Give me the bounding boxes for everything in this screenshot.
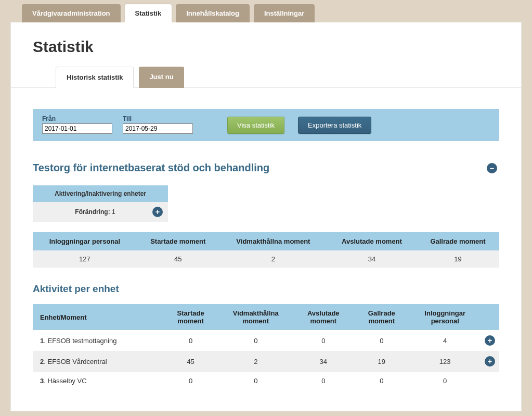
expand-icon[interactable]	[485, 356, 495, 367]
unit-expand-cell	[481, 351, 499, 372]
unit-col-culled: Gallrade moment	[354, 304, 409, 330]
unit-name: 3. Hässelby VC	[33, 372, 163, 390]
unit-finished: 0	[293, 372, 354, 390]
unit-culled: 19	[354, 351, 409, 372]
table-row: 2. EFSOB Vårdcentral4523419123	[33, 351, 499, 372]
top-tabs: Vårdgivaradministration Statistik Innehå…	[10, 0, 522, 22]
unit-logins: 0	[409, 372, 481, 390]
org-section-header: Testorg för internetbaserat stöd och beh…	[33, 162, 499, 174]
unit-name: 2. EFSOB Vårdcentral	[33, 351, 163, 372]
activation-change-label: Förändring:	[75, 208, 110, 216]
unit-col-maintained: Vidmakthållna moment	[218, 304, 293, 330]
expand-icon[interactable]	[485, 335, 495, 346]
val-finished: 34	[327, 250, 417, 268]
unit-expand-cell	[481, 372, 499, 390]
row-index: 3	[40, 377, 44, 385]
unit-started: 0	[163, 330, 218, 351]
unit-maintained: 2	[218, 351, 293, 372]
unit-culled: 0	[354, 372, 409, 390]
table-row: 3. Hässelby VC00000	[33, 372, 499, 390]
unit-logins: 123	[409, 351, 481, 372]
row-index: 1	[40, 337, 44, 345]
from-input[interactable]	[42, 123, 112, 134]
unit-maintained: 0	[218, 330, 293, 351]
col-logins: Inloggningar personal	[33, 232, 137, 250]
unit-table: Enhet/Moment Startade moment Vidmakthåll…	[33, 304, 499, 390]
unit-col-finished: Avslutade moment	[293, 304, 354, 330]
to-label: Till	[123, 115, 193, 122]
page-title: Statistik	[33, 38, 499, 56]
to-field: Till	[123, 115, 193, 134]
expand-icon[interactable]	[152, 207, 163, 217]
tab-innehallskatalog[interactable]: Innehållskatalog	[176, 4, 250, 22]
tab-vardgivaradministration[interactable]: Vårdgivaradministration	[22, 4, 121, 22]
unit-maintained: 0	[218, 372, 293, 390]
col-started: Startade moment	[137, 232, 219, 250]
activation-change: Förändring: 1	[38, 208, 152, 216]
activation-change-value: 1	[112, 208, 115, 216]
activation-header: Aktivering/Inaktivering enheter	[33, 185, 168, 202]
tab-just-nu[interactable]: Just nu	[139, 67, 184, 88]
summary-row: 127 45 2 34 19	[33, 250, 499, 268]
from-label: Från	[42, 115, 112, 122]
tab-statistik[interactable]: Statistik	[125, 4, 172, 22]
unit-finished: 0	[293, 330, 354, 351]
val-started: 45	[137, 250, 219, 268]
col-culled: Gallrade moment	[417, 232, 499, 250]
unit-started: 45	[163, 351, 218, 372]
unit-logins: 4	[409, 330, 481, 351]
summary-table: Inloggningar personal Startade moment Vi…	[33, 232, 499, 268]
activation-box: Aktivering/Inaktivering enheter Förändri…	[33, 185, 168, 222]
tab-historisk-statistik[interactable]: Historisk statistik	[56, 67, 134, 88]
show-statistics-button[interactable]: Visa statistik	[227, 117, 284, 134]
row-index: 2	[40, 358, 44, 365]
val-culled: 19	[417, 250, 499, 268]
unit-name: 1. EFSOB testmottagning	[33, 330, 163, 351]
unit-col-name: Enhet/Moment	[33, 304, 163, 330]
export-statistics-button[interactable]: Exportera statistik	[298, 117, 371, 134]
unit-col-started: Startade moment	[163, 304, 218, 330]
col-finished: Avslutade moment	[327, 232, 417, 250]
content-panel: Statistik Historisk statistik Just nu Fr…	[10, 22, 522, 411]
col-maintained: Vidmakthållna moment	[219, 232, 327, 250]
activity-title: Aktivitet per enhet	[33, 283, 499, 295]
filter-bar: Från Till Visa statistik Exportera stati…	[33, 109, 499, 141]
unit-finished: 34	[293, 351, 354, 372]
unit-expand-cell	[481, 330, 499, 351]
val-maintained: 2	[219, 250, 327, 268]
sub-tabs: Historisk statistik Just nu	[56, 67, 499, 88]
org-title: Testorg för internetbaserat stöd och beh…	[33, 162, 269, 174]
unit-culled: 0	[354, 330, 409, 351]
val-logins: 127	[33, 250, 137, 268]
collapse-icon[interactable]	[487, 163, 497, 173]
unit-started: 0	[163, 372, 218, 390]
tab-installningar[interactable]: Inställningar	[254, 4, 315, 22]
from-field: Från	[42, 115, 112, 134]
table-row: 1. EFSOB testmottagning00004	[33, 330, 499, 351]
unit-col-logins: Inloggningar personal	[409, 304, 481, 330]
to-input[interactable]	[123, 123, 193, 134]
